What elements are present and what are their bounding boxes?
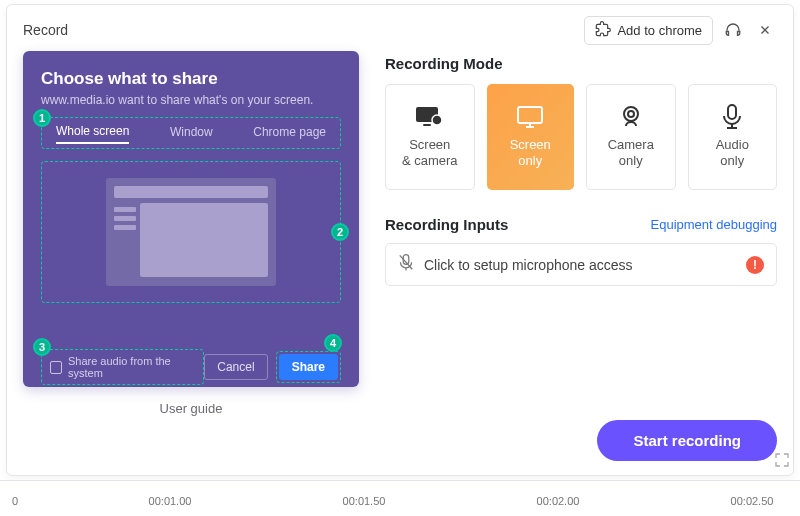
- share-tabs-box: 1 Whole screen Window Chrome page: [41, 117, 341, 149]
- screen-camera-icon: [415, 105, 445, 129]
- mic-off-icon: [398, 254, 414, 275]
- share-audio-box[interactable]: 3 Share audio from the system: [41, 349, 204, 385]
- tick-label: 0: [12, 495, 18, 507]
- share-preview-box: 2: [41, 161, 341, 303]
- svg-point-6: [624, 107, 638, 121]
- mode-label: Camera only: [608, 137, 654, 168]
- modal-title: Record: [23, 22, 68, 38]
- mic-icon: [717, 105, 747, 129]
- timeline-ticks: 0 00:01.00 00:01.50 00:02.00 00:02.50: [0, 481, 800, 516]
- headset-icon[interactable]: [721, 18, 745, 42]
- mock-titlebar: [114, 186, 268, 198]
- mock-body: [114, 203, 268, 277]
- step-badge-4: 4: [324, 334, 342, 352]
- equipment-debugging-link[interactable]: Equipment debugging: [651, 217, 778, 232]
- guide-buttons: Cancel 4 Share: [204, 351, 341, 383]
- camera-icon: [616, 105, 646, 129]
- guide-bottom-row: 3 Share audio from the system Cancel 4 S…: [41, 349, 341, 385]
- mic-setup-row[interactable]: Click to setup microphone access !: [385, 243, 777, 286]
- share-button-box: 4 Share: [276, 351, 341, 383]
- modal-content: Choose what to share www.media.io want t…: [23, 51, 777, 416]
- mock-main: [140, 203, 268, 277]
- cancel-button[interactable]: Cancel: [204, 354, 267, 380]
- header-actions: Add to chrome: [584, 16, 777, 45]
- user-guide-label: User guide: [23, 401, 359, 416]
- step-badge-2: 2: [331, 223, 349, 241]
- mic-prompt-label: Click to setup microphone access: [424, 257, 633, 273]
- screen-icon: [515, 105, 545, 129]
- timeline[interactable]: 0 00:01.00 00:01.50 00:02.00 00:02.50: [0, 480, 800, 516]
- tick-label: 00:01.00: [149, 495, 192, 507]
- svg-rect-8: [728, 105, 736, 119]
- svg-rect-1: [423, 124, 431, 126]
- share-audio-checkbox[interactable]: [50, 361, 62, 374]
- add-to-chrome-button[interactable]: Add to chrome: [584, 16, 713, 45]
- recording-inputs-title: Recording Inputs: [385, 216, 508, 233]
- mock-sidebar: [114, 203, 136, 277]
- mode-screen-camera[interactable]: Screen & camera: [385, 84, 475, 190]
- svg-rect-3: [518, 107, 542, 123]
- tick-label: 00:02.00: [537, 495, 580, 507]
- tick-label: 00:01.50: [343, 495, 386, 507]
- mock-line: [114, 225, 136, 230]
- share-button[interactable]: Share: [279, 354, 338, 380]
- tab-window[interactable]: Window: [170, 125, 213, 143]
- mode-screen-only[interactable]: Screen only: [487, 84, 575, 190]
- mode-label: Screen & camera: [402, 137, 458, 168]
- fullscreen-icon[interactable]: [774, 452, 790, 472]
- svg-point-2: [432, 115, 442, 125]
- warning-icon: !: [746, 256, 764, 274]
- share-guide-panel: Choose what to share www.media.io want t…: [23, 51, 359, 387]
- puzzle-icon: [595, 21, 611, 40]
- svg-point-7: [628, 111, 634, 117]
- start-recording-button[interactable]: Start recording: [597, 420, 777, 461]
- mode-camera-only[interactable]: Camera only: [586, 84, 676, 190]
- guide-column: Choose what to share www.media.io want t…: [23, 51, 359, 416]
- tab-whole-screen[interactable]: Whole screen: [56, 124, 129, 144]
- mode-audio-only[interactable]: Audio only: [688, 84, 778, 190]
- svg-line-13: [400, 255, 412, 269]
- mock-line: [114, 216, 136, 221]
- step-badge-1: 1: [33, 109, 51, 127]
- guide-title: Choose what to share: [41, 69, 341, 89]
- mode-label: Audio only: [716, 137, 749, 168]
- mode-label: Screen only: [510, 137, 551, 168]
- guide-subtitle: www.media.io want to share what's on you…: [41, 93, 341, 107]
- add-to-chrome-label: Add to chrome: [617, 23, 702, 38]
- tab-chrome-page[interactable]: Chrome page: [253, 125, 326, 143]
- recording-mode-title: Recording Mode: [385, 55, 777, 72]
- share-audio-label: Share audio from the system: [68, 355, 195, 379]
- recording-modes: Screen & camera Screen only Camera only: [385, 84, 777, 190]
- record-modal: Record Add to chrome Choose what to shar…: [6, 4, 794, 476]
- inputs-header: Recording Inputs Equipment debugging: [385, 216, 777, 233]
- modal-header: Record Add to chrome: [23, 15, 777, 45]
- tick-label: 00:02.50: [731, 495, 774, 507]
- settings-column: Recording Mode Screen & camera Screen on…: [385, 51, 777, 416]
- mock-window[interactable]: [106, 178, 276, 286]
- step-badge-3: 3: [33, 338, 51, 356]
- mock-line: [114, 207, 136, 212]
- close-icon[interactable]: [753, 18, 777, 42]
